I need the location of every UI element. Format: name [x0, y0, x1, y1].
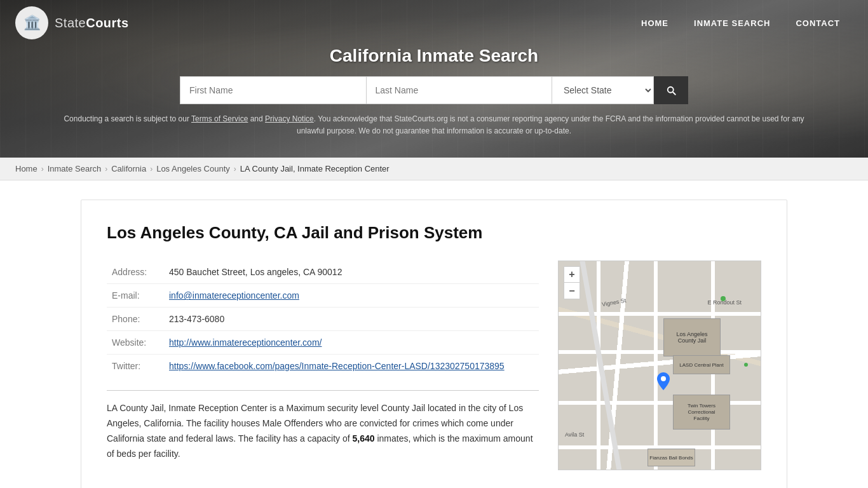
- content-divider: [107, 390, 539, 391]
- main-container: Los Angeles County, CA Jail and Prison S…: [65, 180, 803, 488]
- logo-text: StateCourts: [55, 16, 129, 30]
- map-controls: + −: [564, 266, 580, 299]
- search-bar: Select StateAlabamaAlaskaArizonaArkansas…: [180, 76, 688, 104]
- map-zoom-out-button[interactable]: −: [564, 283, 580, 299]
- map-container: Los AngelesCounty Jail LASD Central Plan…: [558, 261, 761, 470]
- top-navigation: 🏛️ StateCourts HOME INMATE SEARCH CONTAC…: [0, 0, 868, 46]
- breadcrumb-inmate-search[interactable]: Inmate Search: [48, 164, 102, 173]
- hero-title-area: California Inmate Search Select StateAla…: [0, 46, 868, 158]
- map-zoom-in-button[interactable]: +: [564, 266, 580, 283]
- state-select[interactable]: Select StateAlabamaAlaskaArizonaArkansas…: [552, 76, 654, 104]
- info-column: Address: 450 Bauchet Street, Los angeles…: [107, 261, 539, 470]
- hero-title: California Inmate Search: [13, 46, 855, 66]
- email-link[interactable]: info@inmatereceptioncenter.com: [169, 290, 299, 301]
- diagonal-road: [578, 261, 627, 470]
- last-name-input[interactable]: [366, 76, 553, 104]
- content-card: Los Angeles County, CA Jail and Prison S…: [81, 200, 787, 488]
- nav-links: HOME INMATE SEARCH CONTACT: [628, 13, 853, 33]
- phone-label: Phone:: [107, 308, 164, 331]
- facility-info-table: Address: 450 Bauchet Street, Los angeles…: [107, 261, 539, 377]
- svg-point-0: [661, 376, 666, 381]
- street-label-avila: Avila St: [565, 431, 584, 438]
- website-value: http://www.inmatereceptioncenter.com/: [164, 331, 539, 355]
- address-label: Address:: [107, 261, 164, 284]
- map-pin: [657, 372, 670, 392]
- logo-icon: 🏛️: [15, 6, 48, 39]
- email-label: E-mail:: [107, 284, 164, 308]
- address-value: 450 Bauchet Street, Los angeles, CA 9001…: [164, 261, 539, 284]
- street-label-rondout: E Rondout St: [707, 299, 742, 306]
- phone-value: 213-473-6080: [164, 308, 539, 331]
- email-row: E-mail: info@inmatereceptioncenter.com: [107, 284, 539, 308]
- map-column: Los AngelesCounty Jail LASD Central Plan…: [558, 261, 761, 470]
- nav-inmate-search[interactable]: INMATE SEARCH: [681, 13, 783, 33]
- website-label: Website:: [107, 331, 164, 355]
- breadcrumb-current: LA County Jail, Inmate Reception Center: [240, 164, 390, 173]
- twitter-link[interactable]: https://www.facebook.com/pages/Inmate-Re…: [169, 361, 505, 371]
- twitter-label: Twitter:: [107, 355, 164, 378]
- breadcrumb: Home › Inmate Search › California › Los …: [0, 158, 868, 180]
- twitter-value: https://www.facebook.com/pages/Inmate-Re…: [164, 355, 539, 378]
- building-fianzas: Fianzas Bail Bonds: [648, 449, 695, 466]
- capacity-value: 5,640: [353, 433, 375, 444]
- breadcrumb-sep-3: ›: [150, 165, 153, 173]
- website-row: Website: http://www.inmatereceptioncente…: [107, 331, 539, 355]
- twitter-row: Twitter: https://www.facebook.com/pages/…: [107, 355, 539, 378]
- terms-link[interactable]: Terms of Service: [191, 114, 248, 123]
- breadcrumb-sep-1: ›: [41, 165, 44, 173]
- logo-area[interactable]: 🏛️ StateCourts: [15, 6, 129, 39]
- email-value: info@inmatereceptioncenter.com: [164, 284, 539, 308]
- breadcrumb-county[interactable]: Los Angeles County: [156, 164, 230, 173]
- search-button[interactable]: [654, 76, 688, 104]
- breadcrumb-home[interactable]: Home: [15, 164, 37, 173]
- facility-title: Los Angeles County, CA Jail and Prison S…: [107, 223, 761, 243]
- location-pin-icon: [657, 372, 670, 390]
- website-link[interactable]: http://www.inmatereceptioncenter.com/: [169, 337, 322, 348]
- address-row: Address: 450 Bauchet Street, Los angeles…: [107, 261, 539, 284]
- breadcrumb-sep-4: ›: [234, 165, 236, 173]
- nav-contact[interactable]: CONTACT: [783, 13, 853, 33]
- building-lasd: LASD Central Plant: [673, 355, 730, 374]
- hero-section: 🏛️ StateCourts HOME INMATE SEARCH CONTAC…: [0, 0, 868, 158]
- disclaimer: Conducting a search is subject to our Te…: [13, 113, 855, 147]
- search-icon: [665, 85, 677, 96]
- breadcrumb-sep-2: ›: [105, 165, 107, 173]
- two-column-layout: Address: 450 Bauchet Street, Los angeles…: [107, 261, 761, 470]
- breadcrumb-state[interactable]: California: [111, 164, 146, 173]
- diagonal-road-container: [559, 261, 761, 470]
- building-la-county-jail: Los AngelesCounty Jail: [663, 318, 721, 356]
- nav-home[interactable]: HOME: [628, 13, 681, 33]
- building-twin-towers: Twin TowersCorrectionalFacility: [673, 395, 730, 430]
- phone-row: Phone: 213-473-6080: [107, 308, 539, 331]
- map-background: Los AngelesCounty Jail LASD Central Plan…: [559, 261, 761, 470]
- privacy-link[interactable]: Privacy Notice: [265, 114, 314, 123]
- facility-description: LA County Jail, Inmate Reception Center …: [107, 401, 539, 461]
- first-name-input[interactable]: [180, 76, 366, 104]
